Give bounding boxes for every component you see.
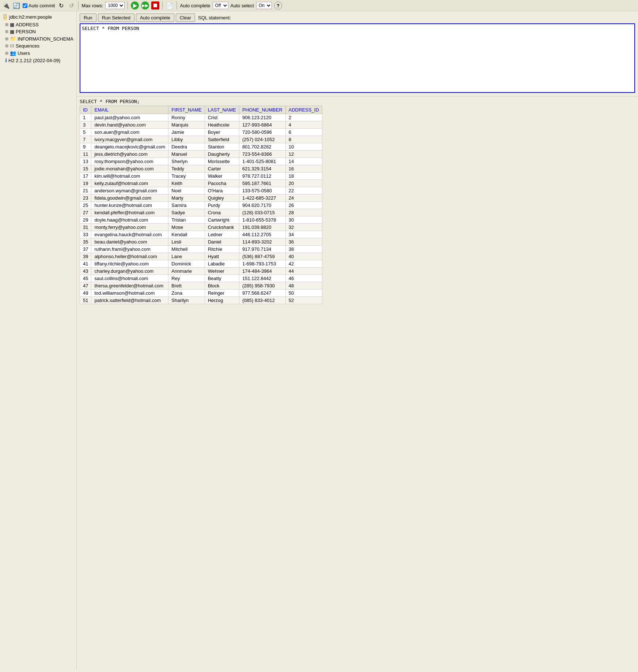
cell-r19-c4: (536) 887-4759 — [239, 253, 285, 260]
table-row: 5son.auer@gmail.comJamieBoyer720-580-059… — [80, 129, 322, 136]
expand-person-icon: ⊞ — [5, 29, 8, 34]
sql-buttons-row: Run Run Selected Auto complete Clear SQL… — [80, 14, 635, 22]
sidebar-item-users[interactable]: ⊞ 👥 Users — [0, 49, 76, 57]
cell-r0-c1: paul.jast@yahoo.com — [91, 114, 168, 121]
table-row: 33evangelina.hauck@hotmail.comKendallLed… — [80, 231, 322, 238]
cell-r7-c2: Teddy — [168, 165, 205, 173]
cell-r19-c3: Hyatt — [205, 253, 239, 260]
sidebar-item-sequences[interactable]: ⊞ ⁞⁞⁞ Sequences — [0, 42, 76, 49]
cell-r19-c5: 40 — [285, 253, 322, 260]
cell-r6-c2: Sherlyn — [168, 158, 205, 165]
cell-r6-c4: 1-401-525-8081 — [239, 158, 285, 165]
run-selected-button[interactable]: Run Selected — [98, 14, 134, 22]
cell-r2-c1: son.auer@gmail.com — [91, 129, 168, 136]
cell-r6-c1: rosy.thompson@yahoo.com — [91, 158, 168, 165]
auto-commit-checkbox-label: Auto commit — [23, 3, 55, 8]
cell-r0-c0: 1 — [80, 114, 91, 121]
cell-r24-c4: 977.568.6247 — [239, 290, 285, 297]
cell-r3-c4: (257) 024-1052 — [239, 136, 285, 143]
cell-r1-c5: 4 — [285, 121, 322, 129]
max-rows-select[interactable]: 1000 — [105, 2, 125, 9]
cell-r17-c1: beau.daniel@yahoo.com — [91, 238, 168, 246]
sidebar-item-address[interactable]: ⊞ ▦ ADDRESS — [0, 21, 76, 28]
cell-r11-c4: 1-422-685-3227 — [239, 195, 285, 202]
cell-r13-c0: 27 — [80, 209, 91, 216]
cell-r18-c0: 37 — [80, 246, 91, 253]
cell-r11-c2: Marty — [168, 195, 205, 202]
auto-complete-label: Auto complete — [180, 3, 210, 8]
cell-r9-c1: kelly.zulauf@hotmail.com — [91, 180, 168, 187]
cell-r7-c0: 15 — [80, 165, 91, 173]
cell-r4-c4: 801.702.8282 — [239, 143, 285, 151]
col-header-id[interactable]: ID — [80, 106, 91, 114]
col-header-first_name[interactable]: FIRST_NAME — [168, 106, 205, 114]
cell-r5-c4: 723-554-8366 — [239, 151, 285, 158]
cell-r0-c2: Ronny — [168, 114, 205, 121]
clear-button[interactable]: Clear — [176, 14, 195, 22]
expand-sequences-icon: ⊞ — [5, 44, 8, 48]
cell-r10-c3: O'Hara — [205, 187, 239, 195]
cell-r16-c3: Ledner — [205, 231, 239, 238]
auto-commit-checkbox[interactable] — [23, 3, 27, 8]
table-row: 29doyle.haag@hotmail.comTristanCartwrigh… — [80, 216, 322, 224]
cell-r4-c1: deangelo.macejkovic@gmail.com — [91, 143, 168, 151]
cell-r9-c0: 19 — [80, 180, 91, 187]
cell-r25-c0: 51 — [80, 297, 91, 304]
cell-r2-c4: 720-580-0596 — [239, 129, 285, 136]
separator-2 — [128, 1, 128, 10]
table-row: 49tod.williamson@hotmail.comZonaReinger9… — [80, 290, 322, 297]
auto-commit-label: Auto commit — [29, 3, 55, 8]
cell-r20-c0: 41 — [80, 260, 91, 268]
col-header-last_name[interactable]: LAST_NAME — [205, 106, 239, 114]
cell-r12-c5: 26 — [285, 202, 322, 209]
cell-r18-c3: Ritchie — [205, 246, 239, 253]
cell-r1-c3: Heathcote — [205, 121, 239, 129]
cell-r8-c1: kim.will@hotmail.com — [91, 173, 168, 180]
col-header-email[interactable]: EMAIL — [91, 106, 168, 114]
table-row: 15jodie.monahan@yahoo.comTeddyCarter621.… — [80, 165, 322, 173]
auto-complete-select[interactable]: Off On — [213, 2, 228, 9]
col-header-address_id[interactable]: ADDRESS_ID — [285, 106, 322, 114]
cell-r22-c4: 151.122.8442 — [239, 275, 285, 282]
sidebar-label-address: ADDRESS — [16, 22, 39, 27]
cell-r14-c1: doyle.haag@hotmail.com — [91, 216, 168, 224]
cell-r12-c2: Samira — [168, 202, 205, 209]
result-table-header: IDEMAILFIRST_NAMELAST_NAMEPHONE_NUMBERAD… — [80, 106, 322, 114]
cell-r8-c2: Tracey — [168, 173, 205, 180]
cell-r17-c5: 36 — [285, 238, 322, 246]
cell-r16-c0: 33 — [80, 231, 91, 238]
auto-complete-button[interactable]: Auto complete — [136, 14, 174, 22]
sql-editor[interactable] — [80, 23, 635, 93]
table-row: 45saul.collins@hotmail.comReyBeatty151.1… — [80, 275, 322, 282]
table-row: 7ivory.macgyver@gmail.comLibbySatterfiel… — [80, 136, 322, 143]
auto-select-select[interactable]: Off On — [256, 2, 272, 9]
sidebar-db-item[interactable]: 🗄 jdbc:h2:mem:people — [0, 13, 76, 21]
cell-r3-c1: ivory.macgyver@gmail.com — [91, 136, 168, 143]
run-selected-green[interactable]: ▶▶ — [141, 1, 149, 10]
help-icon[interactable]: ? — [274, 1, 282, 10]
cell-r3-c5: 8 — [285, 136, 322, 143]
cell-r19-c1: alphonso.heller@hotmail.com — [91, 253, 168, 260]
rollback-icon[interactable]: ↺ — [67, 1, 75, 10]
export-icon[interactable]: 📄 — [166, 1, 174, 10]
cell-r16-c4: 446.112.2705 — [239, 231, 285, 238]
cell-r11-c5: 24 — [285, 195, 322, 202]
run-button[interactable]: Run — [80, 14, 96, 22]
cell-r10-c2: Noel — [168, 187, 205, 195]
cell-r12-c4: 904.620.7170 — [239, 202, 285, 209]
sidebar-item-person[interactable]: ⊞ ▦ PERSON — [0, 28, 76, 35]
cell-r4-c0: 9 — [80, 143, 91, 151]
cell-r9-c4: 595.187.7661 — [239, 180, 285, 187]
commit-icon[interactable]: ↻ — [57, 1, 65, 10]
auto-select-label: Auto select — [231, 3, 254, 8]
run-button-green[interactable]: ▶ — [131, 1, 139, 10]
table-row: 25hunter.kunze@hotmail.comSamiraPurdy904… — [80, 202, 322, 209]
connect-icon[interactable]: 🔌 — [2, 1, 10, 10]
cell-r20-c5: 42 — [285, 260, 322, 268]
cell-r22-c3: Beatty — [205, 275, 239, 282]
sidebar-item-information-schema[interactable]: ⊞ 📁 INFORMATION_SCHEMA — [0, 35, 76, 42]
stop-button[interactable] — [151, 1, 159, 10]
col-header-phone_number[interactable]: PHONE_NUMBER — [239, 106, 285, 114]
disconnect-icon[interactable]: 🔄 — [12, 1, 20, 10]
separator-4 — [176, 1, 177, 10]
